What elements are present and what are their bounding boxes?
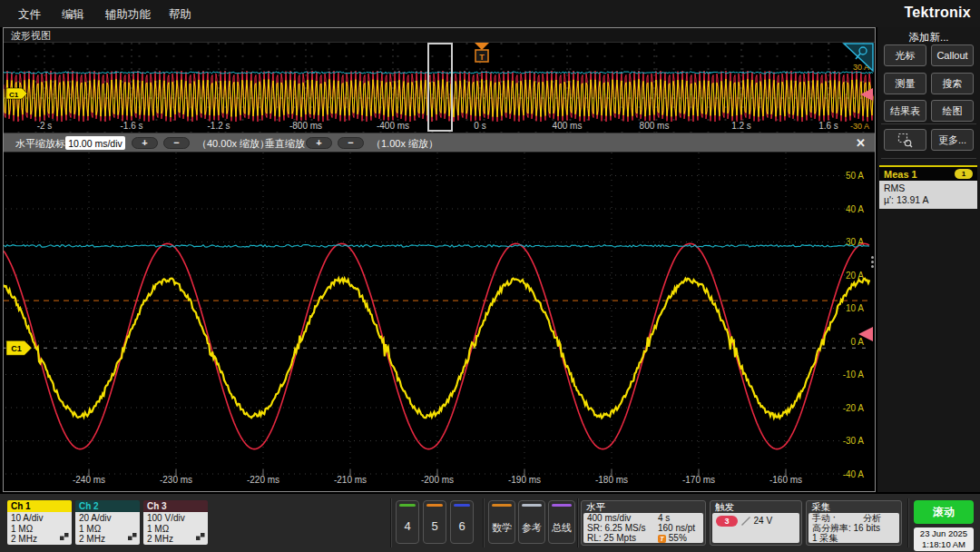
acq-mode: 手动 ‧: [812, 513, 863, 523]
v-zoom-plus-button[interactable]: +: [306, 137, 332, 149]
trigger-source-badge: 3: [716, 516, 738, 527]
h-span: 4 s: [658, 513, 670, 523]
results-sidebar: 添加新... 光标 Callout 测量 搜索 结果表 绘图 更多... Mea…: [877, 27, 980, 492]
menu-utility[interactable]: 辅助功能: [105, 7, 151, 23]
main-time-label: -240 ms: [73, 475, 105, 485]
ch1-settings: 10 A/div 1 MΩ 2 MHz: [7, 512, 72, 545]
h-recordlength: RL: 25 Mpts: [587, 533, 658, 543]
meas1-count-badge: 1: [955, 169, 973, 179]
meas1-value: µ': 13.91 A: [884, 194, 973, 206]
search-button[interactable]: 搜索: [931, 73, 974, 94]
overview-time-label: -400 ms: [377, 121, 409, 131]
measure-button[interactable]: 测量: [884, 73, 926, 94]
plot-button[interactable]: 绘图: [931, 100, 974, 122]
ch3-header: Ch 3: [143, 500, 208, 512]
v-zoom-label: 垂直缩放: [265, 137, 305, 151]
footer-divider: [577, 498, 578, 547]
trigger-badge[interactable]: 触发 3 24 V: [710, 500, 802, 546]
main-amp-label: 50 A: [846, 171, 864, 181]
horizontal-title: 水平: [582, 501, 705, 513]
ch3-settings: 100 V/div 1 MΩ 2 MHz: [143, 512, 208, 545]
sidebar-divider: [881, 123, 976, 124]
main-amp-label: -20 A: [843, 403, 865, 413]
waveform-view-window: 波形视图 -2 s-1.6 s-1.2 s-800 ms-400 ms0 s40…: [3, 27, 876, 492]
overview-svg: -2 s-1.6 s-1.2 s-800 ms-400 ms0 s400 ms8…: [4, 43, 875, 133]
v-zoom-factor-label: （1.00x 缩放）: [371, 137, 438, 151]
channel-5-button[interactable]: 5: [423, 500, 446, 544]
main-time-label: -230 ms: [160, 475, 192, 485]
main-time-label: -180 ms: [595, 475, 628, 485]
ch3-scale: 100 V/div: [147, 513, 204, 524]
waveform-view-tab-row: 波形视图: [4, 28, 875, 43]
panel-drag-handle[interactable]: [869, 252, 875, 271]
channel-6-button[interactable]: 6: [450, 500, 474, 544]
overview-time-label: 400 ms: [553, 121, 583, 131]
h-samplerate: SR: 6.25 MS/s: [587, 523, 658, 533]
channel-4-button[interactable]: 4: [396, 500, 419, 544]
main-amp-label: 40 A: [846, 204, 864, 214]
ch3-waveform: [4, 243, 869, 448]
date-label: 23 Jun 2025: [914, 528, 974, 539]
horizontal-badge[interactable]: 水平 400 ms/div4 s SR: 6.25 MS/s160 ns/pt …: [581, 500, 706, 546]
svg-text:C1: C1: [11, 344, 22, 353]
h-scale: 400 ms/div: [587, 513, 658, 523]
acq-count: 1 采集: [812, 533, 896, 543]
tab-waveform-view[interactable]: 波形视图: [11, 29, 51, 43]
results-table-button[interactable]: 结果表: [884, 100, 926, 122]
trigger-title: 触发: [710, 501, 801, 513]
sidebar-divider: [881, 158, 976, 159]
trigger-position-marker[interactable]: T: [475, 43, 489, 62]
h-zoom-factor-label: （40.00x 缩放）: [197, 137, 270, 151]
channel-badge-ch1[interactable]: Ch 1 10 A/div 1 MΩ 2 MHz: [7, 500, 72, 545]
ref-button[interactable]: 参考: [518, 500, 545, 544]
zoom-bar-close-icon[interactable]: ✕: [856, 136, 866, 150]
bus-color-strip: [552, 504, 572, 507]
trigger-position-icon: T: [658, 535, 666, 543]
overview-time-label: 1.2 s: [731, 121, 751, 131]
v-zoom-minus-button[interactable]: −: [338, 137, 364, 149]
menu-bar: 文件 编辑 辅助功能 帮助 Tektronix: [0, 0, 980, 27]
ch1-ground-marker[interactable]: C1: [6, 340, 32, 355]
acquisition-title: 采集: [807, 501, 901, 513]
acquisition-overview-strip[interactable]: -2 s-1.6 s-1.2 s-800 ms-400 ms0 s400 ms8…: [4, 43, 875, 133]
meas1-body: RMS µ': 13.91 A: [879, 181, 977, 209]
math-button[interactable]: 数学: [488, 500, 515, 544]
ch2-header: Ch 2: [75, 500, 140, 512]
main-time-label: -190 ms: [508, 475, 541, 485]
h-zoom-plus-button[interactable]: +: [132, 137, 158, 149]
ch5-color-strip: [426, 504, 443, 507]
overview-time-label: -800 ms: [289, 121, 322, 131]
main-graticule[interactable]: 50 A40 A30 A20 A10 A0 A-10 A-20 A-30 A-4…: [4, 153, 875, 491]
meas1-header: Meas 1 1: [879, 165, 977, 181]
main-time-label: -210 ms: [334, 475, 367, 485]
overview-time-label: 0 s: [474, 121, 485, 131]
main-amp-label: 10 A: [846, 303, 864, 313]
menu-edit[interactable]: 编辑: [62, 7, 84, 23]
ch1-header: Ch 1: [7, 500, 72, 512]
bus-button[interactable]: 总线: [548, 500, 575, 544]
meas1-badge[interactable]: Meas 1 1 RMS µ': 13.91 A: [879, 165, 977, 209]
channel-badge-ch3[interactable]: Ch 3 100 V/div 1 MΩ 2 MHz: [143, 500, 208, 545]
menu-help[interactable]: 帮助: [169, 7, 191, 23]
h-zoom-scale-input[interactable]: [65, 136, 125, 150]
h-zoom-minus-button[interactable]: −: [163, 137, 190, 149]
overview-time-label: 800 ms: [640, 121, 670, 131]
acquisition-badge[interactable]: 采集 手动 ‧分析 高分辨率: 16 bits 1 采集: [806, 500, 902, 546]
channel-badge-ch2[interactable]: Ch 2 20 A/div 1 MΩ 2 MHz: [75, 500, 140, 545]
zoom-select-icon: [897, 133, 913, 148]
run-roll-button[interactable]: 滚动: [914, 500, 974, 524]
probe-icon: [196, 533, 205, 544]
add-new-label: 添加新...: [877, 31, 980, 44]
footer-divider: [483, 498, 484, 547]
datetime-display: 23 Jun 2025 1:18:10 AM: [914, 527, 974, 551]
time-label: 1:18:10 AM: [914, 539, 974, 550]
menu-file[interactable]: 文件: [18, 7, 41, 23]
probe-icon: [60, 533, 69, 544]
cursor-button[interactable]: 光标: [884, 44, 926, 66]
oscilloscope-screen: 文件 编辑 辅助功能 帮助 Tektronix 波形视图 -2 s-1.6 s-…: [0, 0, 980, 552]
zoom-select-button[interactable]: [884, 129, 926, 151]
callout-button[interactable]: Callout: [931, 44, 974, 66]
h-resolution: 160 ns/pt: [658, 523, 695, 533]
trigger-body: 3 24 V: [712, 513, 799, 543]
more-button[interactable]: 更多...: [931, 129, 974, 151]
